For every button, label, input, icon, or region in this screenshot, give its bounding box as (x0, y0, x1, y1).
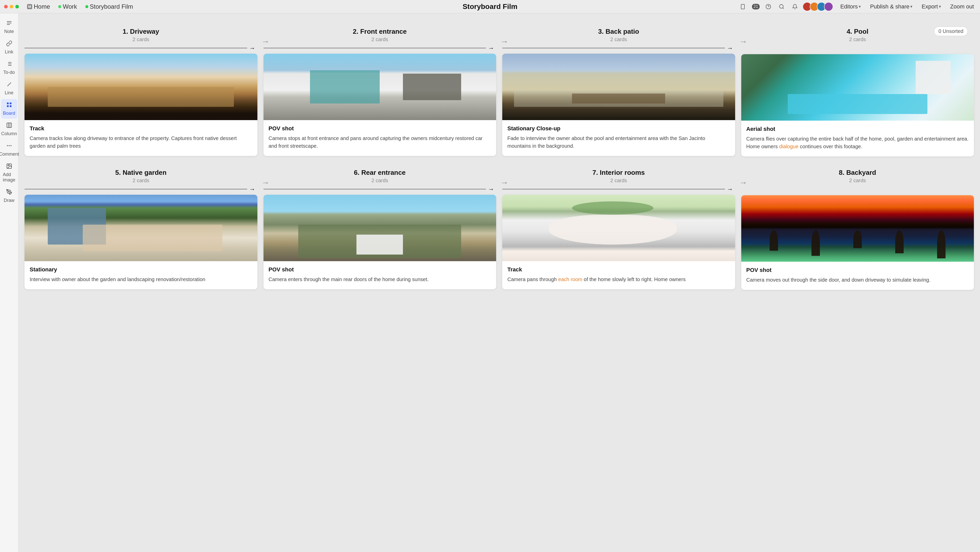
export-chevron-icon: ▾ (939, 4, 941, 9)
svg-line-15 (7, 83, 11, 86)
column-back-patio: 3. Back patio 2 cards → Stationary Close… (502, 24, 735, 156)
column-count-interior-rooms: 2 cards (502, 178, 735, 183)
column-count-native-garden: 2 cards (24, 178, 258, 183)
column-title-back-patio: 3. Back patio (502, 27, 735, 35)
publish-share-button[interactable]: Publish & share ▾ (868, 2, 915, 11)
editors-chevron-icon: ▾ (859, 4, 861, 9)
sidebar-item-board[interactable]: Board (1, 99, 18, 118)
svg-rect-19 (10, 105, 11, 107)
column-count-backyard: 2 cards (741, 178, 974, 183)
description-front-entrance: Camera stops at front entrance and pans … (269, 134, 491, 150)
card-interior-rooms[interactable]: Track Camera pans through each room of t… (502, 195, 735, 289)
svg-point-27 (8, 165, 9, 166)
svg-point-25 (7, 145, 8, 146)
notification-badge: 21 (752, 4, 760, 10)
card-image-driveway (24, 54, 258, 120)
sidebar-item-note[interactable]: Note (1, 18, 18, 37)
minimize-button[interactable] (10, 5, 13, 8)
card-rear-entrance[interactable]: POV shot Camera enters through the main … (264, 195, 496, 289)
maximize-button[interactable] (15, 5, 19, 8)
svg-point-4 (780, 4, 783, 8)
column-title-rear-entrance: 6. Rear entrance (264, 169, 496, 177)
shot-type-driveway: Track (30, 125, 252, 132)
svg-point-23 (9, 145, 10, 146)
svg-rect-16 (7, 102, 9, 104)
sidebar-column-label: Column (1, 131, 17, 136)
svg-rect-17 (10, 102, 11, 104)
dialogue-link[interactable]: dialogue (779, 144, 799, 149)
card-body-interior-rooms: Track Camera pans through each room of t… (502, 261, 735, 289)
sidebar-item-comment[interactable]: Comment (1, 140, 18, 160)
column-pool: 4. Pool 2 cards Aerial shot Camera flies… (741, 24, 974, 156)
zoom-label: Zoom out (950, 3, 974, 10)
column-icon (6, 122, 12, 130)
notification-bell-icon[interactable] (790, 2, 799, 11)
card-back-patio[interactable]: Stationary Close-up Fade to interview th… (502, 54, 735, 156)
column-count-front-entrance: 2 cards (264, 37, 496, 42)
page-title: Storyboard Film (463, 3, 517, 11)
column-header-front-entrance: 2. Front entrance 2 cards (264, 24, 496, 45)
sidebar-item-todo[interactable]: To-do (1, 58, 18, 78)
column-title-interior-rooms: 7. Interior rooms (502, 169, 735, 177)
editors-button[interactable]: Editors ▾ (838, 2, 863, 11)
column-driveway: 1. Driveway 2 cards → Track Camera track… (24, 24, 258, 156)
column-backyard: 8. Backyard 2 cards (741, 164, 974, 290)
arrow-6-7: → (500, 178, 508, 187)
search-icon[interactable] (777, 2, 786, 11)
titlebar-icons: 21 (738, 2, 799, 11)
zoom-out-button[interactable]: Zoom out (948, 2, 976, 11)
card-front-entrance[interactable]: POV shot Camera stops at front entrance … (264, 54, 496, 156)
tab-work[interactable]: Work (54, 2, 81, 12)
column-header-native-garden: 5. Native garden 2 cards (24, 164, 258, 185)
column-header-rear-entrance: 6. Rear entrance 2 cards (264, 164, 496, 185)
column-count-rear-entrance: 2 cards (264, 178, 496, 183)
column-header-driveway: 1. Driveway 2 cards (24, 24, 258, 45)
column-title-front-entrance: 2. Front entrance (264, 27, 496, 35)
shot-type-interior-rooms: Track (508, 266, 730, 273)
card-backyard[interactable]: POV shot Camera moves out through the si… (741, 195, 974, 290)
each-room-link[interactable]: each room (558, 276, 582, 282)
svg-point-24 (11, 145, 11, 146)
link-icon (6, 40, 12, 48)
shot-type-rear-entrance: POV shot (269, 266, 491, 273)
arrow-3-4: → (739, 37, 748, 46)
svg-rect-20 (7, 123, 11, 128)
column-front-entrance: 2. Front entrance 2 cards → POV shot (264, 24, 496, 156)
svg-point-30 (8, 191, 10, 192)
titlebar-right: 21 Editors ▾ Publish & share ▾ (738, 2, 976, 11)
description-back-patio: Fade to interview the owner about the po… (508, 134, 730, 150)
column-header-interior-rooms: 7. Interior rooms 2 cards (502, 164, 735, 185)
publish-chevron-icon: ▾ (910, 4, 912, 9)
description-driveway: Camera tracks low along driveway to entr… (30, 134, 252, 150)
column-title-driveway: 1. Driveway (24, 27, 258, 35)
close-button[interactable] (4, 5, 8, 8)
comment-icon (6, 143, 12, 150)
board-row-2: 5. Native garden 2 cards → Stationary (24, 164, 974, 290)
sidebar-item-add-image[interactable]: Add image (1, 161, 18, 185)
column-header-back-patio: 3. Back patio 2 cards (502, 24, 735, 45)
sidebar-line-label: Line (5, 90, 13, 96)
sidebar-item-line[interactable]: Line (1, 79, 18, 98)
card-body-backyard: POV shot Camera moves out through the si… (741, 262, 974, 290)
card-native-garden[interactable]: Stationary Interview with owner about th… (24, 195, 258, 289)
column-count-driveway: 2 cards (24, 37, 258, 42)
shot-type-front-entrance: POV shot (269, 125, 491, 132)
description-interior-rooms: Camera pans through each room of the hom… (508, 276, 730, 283)
device-icon[interactable] (738, 2, 748, 11)
sidebar-board-label: Board (3, 111, 15, 116)
card-body-rear-entrance: POV shot Camera enters through the main … (264, 261, 496, 289)
column-title-native-garden: 5. Native garden (24, 169, 258, 177)
tab-home[interactable]: M Home (23, 2, 54, 12)
card-driveway[interactable]: Track Camera tracks low along driveway t… (24, 54, 258, 156)
sidebar-item-link[interactable]: Link (1, 38, 18, 57)
sidebar-item-draw[interactable]: Draw (1, 186, 18, 206)
sidebar-item-column[interactable]: Column (1, 120, 18, 139)
help-icon[interactable] (764, 2, 773, 11)
shot-type-back-patio: Stationary Close-up (508, 125, 730, 132)
tab-storyboard[interactable]: Storyboard Film (81, 2, 137, 12)
column-count-back-patio: 2 cards (502, 37, 735, 42)
export-button[interactable]: Export ▾ (920, 2, 943, 11)
card-pool[interactable]: Aerial shot Camera flies over capturing … (741, 54, 974, 156)
arrow-5-6: → (261, 178, 270, 187)
avatar-4 (824, 2, 833, 11)
